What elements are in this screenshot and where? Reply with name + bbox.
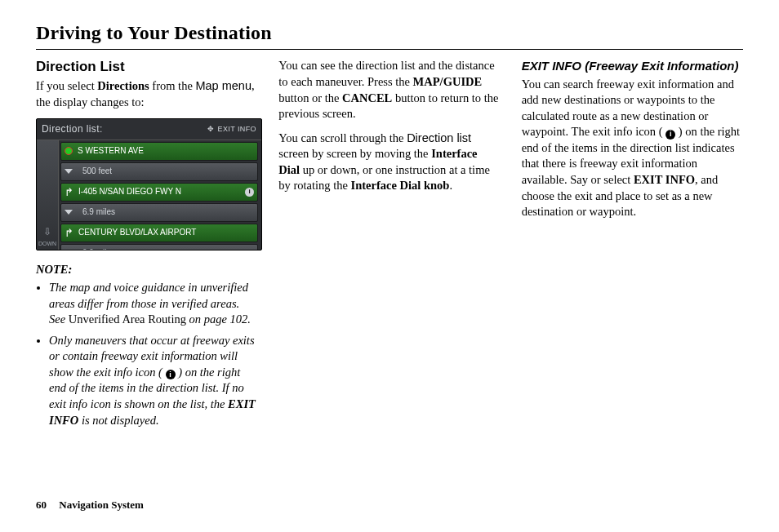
column-3: EXIT INFO (Freeway Exit Information) You… <box>522 58 743 499</box>
direction-list-screenshot: Direction list: ✥ EXIT INFO ⇩ DOWN S <box>36 118 262 250</box>
chevron-down-icon <box>65 169 73 174</box>
list-item-label: CENTURY BLVD/LAX AIRPORT <box>78 227 196 238</box>
column-1: Direction List If you select Directions … <box>36 58 257 499</box>
chapter-title: Driving to Your Destination <box>36 20 743 46</box>
cancel-keyword: CANCEL <box>342 91 392 104</box>
title-rule <box>36 49 743 50</box>
map-menu-keyword: Map menu <box>195 79 252 92</box>
text: on page 102. <box>186 313 251 326</box>
list-item: 6.9 miles <box>60 203 258 222</box>
map-guide-keyword: MAP/GUIDE <box>413 75 483 88</box>
directions-keyword: Directions <box>97 79 149 92</box>
exit-info-subhead: EXIT INFO (Freeway Exit Information) <box>522 58 743 74</box>
text: is not displayed. <box>78 414 158 427</box>
note-item: Only maneuvers that occur at freeway exi… <box>49 333 257 428</box>
note-item: The map and voice guidance in unverified… <box>49 280 257 328</box>
three-columns: Direction List If you select Directions … <box>36 58 743 499</box>
text: screen by screen by moving the <box>278 147 431 160</box>
device-side-scroll: ⇩ DOWN <box>37 140 59 251</box>
text: If you select <box>36 79 97 92</box>
intro-paragraph: If you select Directions from the Map me… <box>36 78 257 110</box>
note-heading: NOTE: <box>36 262 257 278</box>
device-header: Direction list: ✥ EXIT INFO <box>37 119 261 139</box>
interface-dial-knob-keyword: Interface Dial knob <box>351 179 450 192</box>
unverified-area-routing-ref: Unverified Area Routing <box>69 313 186 326</box>
text: button or the <box>278 91 342 104</box>
joystick-icon: ✥ <box>207 124 214 134</box>
footer-section: Navigation System <box>59 499 144 511</box>
paragraph: You can scroll through the Direction lis… <box>278 131 500 194</box>
list-item: 500 feet <box>60 162 258 181</box>
exit-info-keyword: EXIT INFO <box>634 173 695 186</box>
turn-arrow-icon: ↱ <box>65 187 73 197</box>
direction-list-keyword: Direction list <box>407 131 471 144</box>
column-2: You can see the direction list and the d… <box>278 58 500 499</box>
list-item: 0.9 miles <box>60 244 258 251</box>
list-item-label: 0.9 miles <box>82 247 115 250</box>
paragraph: You can search freeway exit information … <box>522 77 743 220</box>
list-item: ↱ CENTURY BLVD/LAX AIRPORT <box>60 224 258 242</box>
list-item-label: 500 feet <box>82 166 112 177</box>
section-title-direction-list: Direction List <box>36 58 257 77</box>
page-footer: 60 Navigation System <box>36 498 144 512</box>
notes-list: The map and voice guidance in unverified… <box>36 280 257 428</box>
exit-info-icon: i <box>245 188 254 197</box>
down-label: DOWN <box>38 240 56 247</box>
list-item: ↱ I-405 N/SAN DIEGO FWY N i <box>60 183 258 202</box>
text: You can scroll through the <box>278 131 407 144</box>
list-item-label: S WESTERN AVE <box>78 145 144 157</box>
chevron-down-icon <box>65 210 73 215</box>
exit-info-icon: i <box>665 130 675 140</box>
paragraph: You can see the direction list and the d… <box>278 58 500 122</box>
list-item-label: I-405 N/SAN DIEGO FWY N <box>78 186 181 197</box>
device-header-title: Direction list: <box>42 122 103 135</box>
text: from the <box>149 79 196 92</box>
turn-arrow-icon: ↱ <box>65 228 73 238</box>
text: . <box>449 179 452 192</box>
down-arrow-icon: ⇩ <box>43 225 51 238</box>
device-header-exit-label: EXIT INFO <box>218 124 256 134</box>
device-list: S WESTERN AVE 500 feet ↱ I-405 N/SAN DIE… <box>59 140 261 251</box>
device-header-exit-info: ✥ EXIT INFO <box>207 124 256 134</box>
list-item: S WESTERN AVE <box>60 142 258 161</box>
list-item-label: 6.9 miles <box>82 206 115 218</box>
page-number: 60 <box>36 499 47 511</box>
exit-info-icon: i <box>166 370 176 379</box>
destination-icon <box>65 147 73 155</box>
